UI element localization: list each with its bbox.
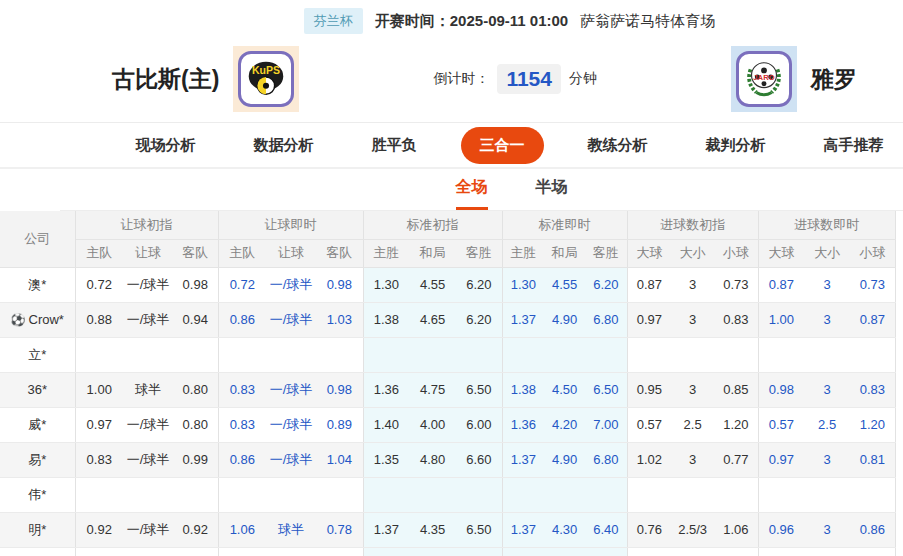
company-name: Crow* xyxy=(29,312,64,327)
odds-cell: 4.30 xyxy=(544,512,585,547)
header-sub-1-2: 让球 xyxy=(123,239,173,267)
nav-tab-7[interactable]: 高手推荐 xyxy=(810,127,898,164)
header-sub-4-3: 客胜 xyxy=(585,239,627,267)
odds-cell: 1.20 xyxy=(714,407,758,442)
odds-cell: 0.80 xyxy=(173,372,218,407)
odds-cell: 0.97 xyxy=(627,302,671,337)
odds-cell: 0.92 xyxy=(75,512,123,547)
header-group-1: 让球初指 xyxy=(75,211,218,239)
odds-cell xyxy=(123,337,173,372)
odds-cell xyxy=(804,477,850,512)
venue-name: 萨翁萨诺马特体育场 xyxy=(580,12,715,31)
nav-tab-1[interactable]: 现场分析 xyxy=(122,127,210,164)
header-group-5: 进球数初指 xyxy=(627,211,758,239)
odds-cell: 4.75 xyxy=(409,372,456,407)
header-sub-2-3: 客队 xyxy=(316,239,363,267)
odds-cell xyxy=(316,477,363,512)
odds-cell xyxy=(123,547,173,556)
odds-cell: 0.86 xyxy=(218,442,266,477)
odds-table-body: 澳*0.72一/球半0.980.72一/球半0.981.304.556.201.… xyxy=(0,267,895,556)
header-group-2: 让球即时 xyxy=(218,211,363,239)
odds-cell xyxy=(316,547,363,556)
odds-cell xyxy=(75,477,123,512)
nav-tab-3[interactable]: 胜平负 xyxy=(358,127,431,164)
odds-cell xyxy=(75,547,123,556)
odds-cell: 1.38 xyxy=(502,372,544,407)
odds-cell xyxy=(173,477,218,512)
header-sub-5-2: 大小 xyxy=(671,239,714,267)
nav-tab-5[interactable]: 教练分析 xyxy=(574,127,662,164)
odds-cell xyxy=(671,477,714,512)
odds-cell: 6.00 xyxy=(456,407,502,442)
odds-cell: 一/球半 xyxy=(266,407,316,442)
odds-cell xyxy=(173,337,218,372)
odds-cell xyxy=(585,337,627,372)
odds-row: 威*0.97一/球半0.800.83一/球半0.891.404.006.001.… xyxy=(0,407,895,442)
odds-cell: 3 xyxy=(804,512,850,547)
odds-cell: 3 xyxy=(804,302,850,337)
odds-cell: 0.57 xyxy=(627,407,671,442)
odds-cell: 0.83 xyxy=(850,372,895,407)
header-sub-6-1: 大球 xyxy=(758,239,804,267)
company-name: 明* xyxy=(28,522,46,537)
odds-cell: 0.86 xyxy=(850,512,895,547)
odds-cell xyxy=(409,337,456,372)
odds-cell xyxy=(456,477,502,512)
nav-tab-2[interactable]: 数据分析 xyxy=(240,127,328,164)
company-cell: ⚽Crow* xyxy=(0,302,75,337)
odds-cell xyxy=(714,477,758,512)
odds-cell xyxy=(850,547,895,556)
company-name: 36* xyxy=(27,382,47,397)
kickoff-time: 开赛时间：2025-09-11 01:00 xyxy=(375,12,568,31)
odds-cell: 6.20 xyxy=(456,302,502,337)
nav-tab-4[interactable]: 三合一 xyxy=(461,127,544,164)
odds-cell: 一/球半 xyxy=(123,407,173,442)
company-name: 威* xyxy=(28,417,46,432)
scope-tab-1[interactable]: 全场 xyxy=(456,177,488,210)
odds-cell: 1.06 xyxy=(714,512,758,547)
odds-cell: 1.00 xyxy=(758,302,804,337)
odds-cell: 0.88 xyxy=(75,302,123,337)
odds-cell: 3 xyxy=(671,372,714,407)
odds-cell: 4.50 xyxy=(544,372,585,407)
odds-cell: 4.00 xyxy=(409,407,456,442)
odds-cell xyxy=(502,547,544,556)
odds-cell: 0.83 xyxy=(714,302,758,337)
odds-cell xyxy=(266,337,316,372)
header-group-row: 公司让球初指让球即时标准初指标准即时进球数初指进球数即时 xyxy=(0,211,895,239)
odds-cell xyxy=(173,547,218,556)
odds-cell: 6.50 xyxy=(456,512,502,547)
odds-row: 明*0.92一/球半0.921.06球半0.781.374.356.501.37… xyxy=(0,512,895,547)
away-team: JARO 雅罗 xyxy=(731,46,857,112)
odds-cell: 0.86 xyxy=(218,302,266,337)
scope-tab-2[interactable]: 半场 xyxy=(536,177,568,210)
header-group-4: 标准即时 xyxy=(502,211,627,239)
odds-cell: 3 xyxy=(671,442,714,477)
scope-tabs: 全场半场 xyxy=(60,169,903,211)
odds-cell xyxy=(627,477,671,512)
header-sub-4-2: 和局 xyxy=(544,239,585,267)
odds-cell: 4.90 xyxy=(544,302,585,337)
odds-cell: 1.20 xyxy=(850,407,895,442)
company-cell xyxy=(0,547,75,556)
odds-cell xyxy=(585,477,627,512)
home-team-logo: KuPS xyxy=(233,46,299,112)
odds-cell: 0.80 xyxy=(173,407,218,442)
odds-cell xyxy=(804,547,850,556)
company-name: 易* xyxy=(28,452,46,467)
odds-cell xyxy=(502,337,544,372)
odds-row: 36*1.00球半0.800.83一/球半0.981.364.756.501.3… xyxy=(0,372,895,407)
odds-cell: 一/球半 xyxy=(123,442,173,477)
countdown: 倒计时： 1154 分钟 xyxy=(299,64,731,94)
odds-cell: 6.60 xyxy=(456,442,502,477)
odds-row: 立* xyxy=(0,337,895,372)
odds-cell xyxy=(266,547,316,556)
odds-cell xyxy=(544,337,585,372)
odds-cell: 0.98 xyxy=(758,372,804,407)
odds-cell xyxy=(409,477,456,512)
odds-cell xyxy=(671,337,714,372)
odds-table-head: 公司让球初指让球即时标准初指标准即时进球数初指进球数即时主队让球客队主队让球客队… xyxy=(0,211,895,267)
nav-tab-6[interactable]: 裁判分析 xyxy=(692,127,780,164)
odds-cell xyxy=(627,337,671,372)
header-sub-2-1: 主队 xyxy=(218,239,266,267)
